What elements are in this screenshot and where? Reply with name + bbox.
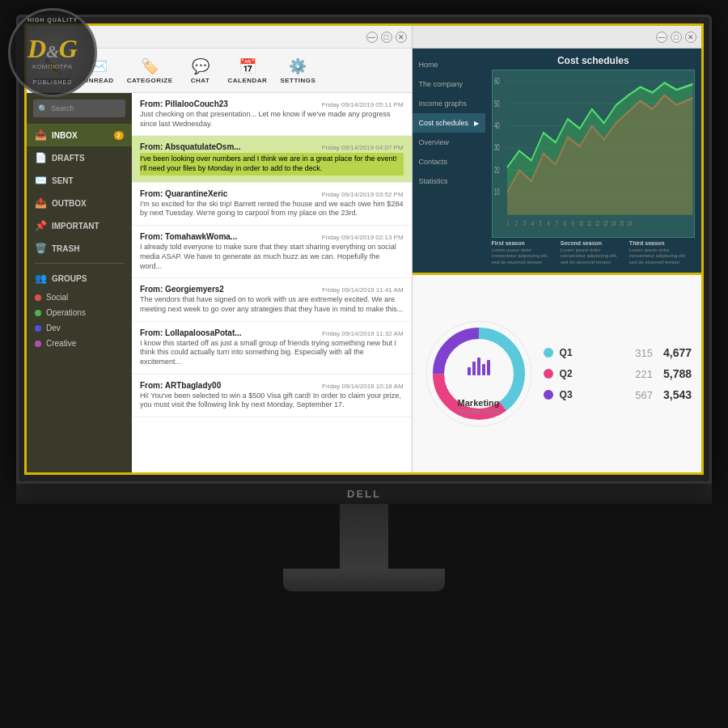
q1-num2: 4,677: [659, 346, 692, 359]
nav-income[interactable]: Income graphs: [413, 94, 485, 113]
email-preview-1: Just checking on that presentation... Le…: [140, 110, 404, 129]
sidebar-item-sent[interactable]: ✉️ SENT: [27, 169, 132, 192]
close-button[interactable]: ✕: [396, 32, 407, 43]
svg-text:50: 50: [494, 99, 500, 108]
screen-bezel: — □ ✕ ✏️ COMPOSE ✉️ UNREAD 🏷️: [16, 15, 712, 484]
website-nav: Home The company Income graphs Cost sche…: [413, 49, 485, 273]
watermark-sub-text: КОМПЮТРА: [32, 63, 73, 70]
group-operations[interactable]: Operations: [27, 305, 132, 320]
group-social[interactable]: Social: [27, 290, 132, 305]
nav-statistics[interactable]: Statistics: [413, 171, 485, 191]
q3-num2: 3,543: [659, 388, 692, 401]
sidebar-item-drafts[interactable]: 📄 DRAFTS: [27, 146, 132, 169]
right-titlebar: — □ ✕: [413, 26, 701, 49]
email-item-6[interactable]: From: LollapaloosaPotat... Friday 09/14/…: [132, 322, 412, 375]
email-date-7: Friday 09/14/2019 10:18 AM: [322, 383, 404, 390]
q3-dot: [544, 390, 553, 400]
operations-label: Operations: [46, 308, 86, 317]
toolbar-calendar[interactable]: 📅 CALENDAR: [228, 57, 268, 84]
line-chart: 60 50 40 30 20 10: [492, 70, 695, 238]
svg-text:8: 8: [563, 220, 565, 227]
right-panel: — □ ✕ Home The company: [413, 26, 701, 472]
creative-dot: [35, 341, 41, 347]
svg-text:14: 14: [611, 220, 616, 227]
q2-num2: 5,788: [659, 367, 692, 380]
toolbar-settings[interactable]: ⚙️ SETTINGS: [280, 57, 315, 84]
marketing-title: Marketing: [458, 398, 500, 408]
drafts-icon: 📄: [35, 152, 47, 163]
maximize-button[interactable]: □: [381, 32, 392, 43]
svg-text:15: 15: [619, 220, 624, 227]
calendar-label: CALENDAR: [228, 77, 268, 84]
dev-label: Dev: [46, 324, 61, 332]
season-second: Second season Lorem ipsum dolor consecte…: [561, 240, 626, 266]
nav-cost[interactable]: Cost schedules ▶: [413, 113, 485, 133]
toolbar-categorize[interactable]: 🏷️ CATEGORIZE: [127, 57, 173, 84]
creative-label: Creative: [46, 339, 76, 348]
chart-seasons: First season Lorem ipsum dolor consectet…: [492, 240, 695, 266]
sidebar-item-trash[interactable]: 🗑️ TRASH: [27, 237, 132, 260]
search-box[interactable]: 🔍 Search: [33, 99, 125, 117]
nav-contacts[interactable]: Contacts: [413, 152, 485, 171]
email-from-4: From: TomahawkWoma...: [140, 232, 237, 241]
svg-text:10: 10: [578, 220, 583, 227]
email-date-4: Friday 09/14/2019 02:13 PM: [322, 234, 404, 241]
dell-logo: DELL: [347, 488, 381, 500]
email-item-3[interactable]: From: QuarantineXeric Friday 09/14/2019 …: [132, 183, 412, 226]
toolbar-chat[interactable]: 💬 CHAT: [186, 57, 215, 84]
marketing-subtitle: Website Visits: [458, 408, 500, 415]
email-item-4[interactable]: From: TomahawkWoma... Friday 09/14/2019 …: [132, 226, 412, 278]
stat-row-q2: Q2 221 5,788: [544, 367, 692, 380]
group-dev[interactable]: Dev: [27, 320, 132, 336]
svg-text:13: 13: [603, 220, 607, 227]
inbox-label: INBOX: [52, 131, 78, 140]
nav-overview[interactable]: Overview: [413, 133, 485, 152]
nav-home[interactable]: Home: [413, 55, 485, 74]
right-minimize-button[interactable]: —: [656, 32, 667, 43]
minimize-button[interactable]: —: [366, 32, 378, 43]
season-first: First season Lorem ipsum dolor consectet…: [492, 240, 557, 266]
trash-label: TRASH: [52, 244, 79, 253]
watermark: HIGH QUALITY D&G КОМПЮТРА PUBLISHED: [4, 4, 101, 101]
season-third-text: Lorem ipsum dolor consectetur adipiscing…: [629, 248, 695, 266]
email-item-2[interactable]: From: AbsquatulateOsm... Friday 09/14/20…: [132, 136, 412, 182]
season-second-title: Second season: [561, 240, 626, 246]
email-item-5[interactable]: From: Georgiemyers2 Friday 09/14/2019 11…: [132, 278, 412, 321]
nav-company[interactable]: The company: [413, 74, 485, 94]
search-icon: 🔍: [38, 104, 48, 113]
email-item-7[interactable]: From: ARTbaglady00 Friday 09/14/2019 10:…: [132, 375, 412, 417]
stat-row-q3: Q3 567 3,543: [544, 388, 692, 401]
stat-row-q1: Q1 315 4,677: [544, 346, 692, 359]
monitor-bottom-bar: DELL: [16, 484, 712, 504]
email-date-6: Friday 09/14/2019 11:32 AM: [322, 330, 404, 337]
watermark-bottom-text: PUBLISHED: [33, 79, 73, 85]
q2-num1: 221: [629, 368, 653, 380]
sidebar-item-outbox[interactable]: 📤 OUTBOX: [27, 192, 132, 214]
right-close-button[interactable]: ✕: [685, 32, 696, 43]
season-first-title: First season: [492, 240, 557, 246]
chart-area: Cost schedules 60 50 40 30 20 10: [485, 49, 701, 273]
nav-statistics-label: Statistics: [419, 177, 448, 185]
dev-dot: [35, 325, 41, 332]
outbox-label: OUTBOX: [52, 199, 87, 208]
email-date-5: Friday 09/14/2019 11:41 AM: [322, 286, 404, 294]
sidebar-item-important[interactable]: 📌 IMPORTANT: [27, 214, 132, 237]
group-creative[interactable]: Creative: [27, 336, 132, 351]
outbox-icon: 📤: [35, 197, 47, 209]
marketing-stats: Q1 315 4,677 Q2 221 5,788 Q3: [544, 346, 692, 401]
sidebar-item-inbox[interactable]: 📥 INBOX 2: [27, 124, 132, 146]
email-date-2: Friday 09/14/2019 04:07 PM: [322, 144, 404, 151]
social-label: Social: [46, 293, 68, 302]
email-item-1[interactable]: From: PillalooCouch23 Friday 09/14/2019 …: [132, 93, 412, 136]
email-from-5: From: Georgiemyers2: [140, 285, 224, 294]
screen-content: — □ ✕ ✏️ COMPOSE ✉️ UNREAD 🏷️: [24, 23, 704, 475]
svg-text:40: 40: [494, 121, 500, 130]
email-sidebar: 🔍 Search 📥 INBOX 2 📄 DRAFTS: [27, 93, 132, 472]
nav-contacts-label: Contacts: [419, 158, 448, 166]
right-maximize-button[interactable]: □: [671, 32, 682, 43]
svg-marker-14: [507, 83, 692, 214]
donut-label: Marketing Website Visits: [458, 333, 500, 415]
email-preview-5: The vendors that have signed on to work …: [140, 295, 404, 314]
sidebar-item-groups: 👥 GROUPS: [27, 267, 132, 290]
svg-text:16: 16: [627, 220, 632, 227]
